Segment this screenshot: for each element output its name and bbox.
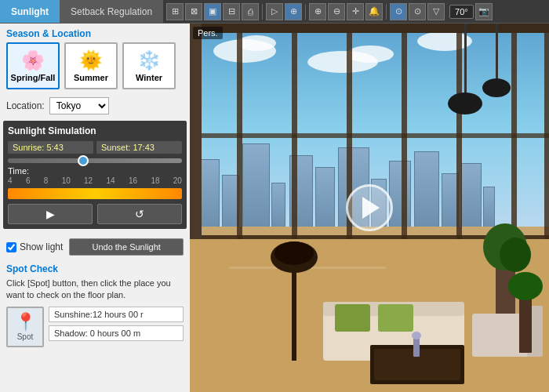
svg-rect-25 <box>496 24 498 86</box>
spot-data-row: 📍 Spot Sunshine:12 hours 00 r Shadow: 0 … <box>6 307 184 347</box>
sunset-box: Sunset: 17:43 <box>96 141 182 154</box>
play-button[interactable]: ▶ <box>8 204 93 224</box>
svg-rect-30 <box>413 337 420 357</box>
tab-setback[interactable]: Setback Regulation <box>60 0 163 23</box>
sunset-value: 17:43 <box>133 143 155 152</box>
time-label: Time: <box>8 166 29 176</box>
svg-rect-16 <box>335 304 370 332</box>
toolbar-icon-settings[interactable]: ⊙ <box>409 3 426 20</box>
spot-icon-box[interactable]: 📍 Spot <box>6 307 44 347</box>
show-light-input[interactable] <box>6 242 16 252</box>
svg-rect-23 <box>464 24 467 102</box>
svg-point-26 <box>482 78 511 97</box>
left-panel: Season & Location 🌸 Spring/Fall 🌞 Summer… <box>0 24 190 392</box>
season-summer[interactable]: 🌞 Summer <box>64 42 118 89</box>
toolbar-icon-filter[interactable]: ⊠ <box>185 3 202 20</box>
location-select[interactable]: Tokyo Osaka Sapporo <box>49 97 109 114</box>
toolbar-icon-move[interactable]: ✛ <box>347 3 364 20</box>
svg-rect-8 <box>190 133 549 138</box>
toolbar-icon-zoom-in[interactable]: ⊕ <box>309 3 326 20</box>
toolbar-icon-camera[interactable]: 📷 <box>475 3 493 20</box>
toolbar-icon-bell[interactable]: 🔔 <box>365 3 383 20</box>
sunrise-value: 5:43 <box>46 143 63 152</box>
svg-point-24 <box>448 93 482 114</box>
toolbar-icon-print[interactable]: ⊟ <box>223 3 240 20</box>
winter-icon: ❄️ <box>137 49 161 71</box>
svg-point-35 <box>508 272 543 300</box>
toolbar-icon-zoom-out[interactable]: ⊖ <box>328 3 345 20</box>
3d-view[interactable]: Pers. <box>190 24 549 392</box>
spot-pin-icon: 📍 <box>15 312 36 332</box>
svg-point-22 <box>274 241 314 265</box>
spring-icon: 🌸 <box>21 49 45 71</box>
season-spring[interactable]: 🌸 Spring/Fall <box>6 42 60 89</box>
time-current: Time: 4 6 8 10 12 14 16 18 20 <box>8 166 182 185</box>
location-label: Location: <box>6 100 45 111</box>
tab-sunlight[interactable]: Sunlight <box>0 0 60 23</box>
season-grid: 🌸 Spring/Fall 🌞 Summer ❄️ Winter <box>0 42 190 96</box>
spot-section: Spot Check Click [Spot] button, then cli… <box>0 260 190 350</box>
spot-check-title: Spot Check <box>6 263 184 274</box>
sunrise-box: Sunrise: 5:43 <box>8 141 93 154</box>
main-layout: Season & Location 🌸 Spring/Fall 🌞 Summer… <box>0 24 549 392</box>
undo-sunlight-button[interactable]: Undo the Sunlight <box>69 238 184 256</box>
play-button-overlay[interactable] <box>346 184 393 231</box>
toolbar-icon-select[interactable]: ▣ <box>204 3 221 20</box>
sun-times: Sunrise: 5:43 Sunset: 17:43 <box>8 141 182 154</box>
svg-rect-10 <box>190 24 549 33</box>
toolbar-icon-circle[interactable]: ⊙ <box>390 3 407 20</box>
toolbar-icon-filter2[interactable]: ▽ <box>427 3 445 20</box>
sim-controls: ▶ ↺ <box>8 204 182 224</box>
season-winter[interactable]: ❄️ Winter <box>122 42 176 89</box>
svg-point-31 <box>412 332 421 339</box>
spot-check-description: Click [Spot] button, then click the plac… <box>6 278 184 302</box>
summer-icon: 🌞 <box>79 49 103 71</box>
shadow-value: Shadow: 0 hours 00 m <box>49 325 184 341</box>
toolbar-sep-3 <box>386 4 387 20</box>
sim-title: Sunlight Simulation <box>8 125 182 136</box>
sunshine-value: Sunshine:12 hours 00 r <box>49 307 184 322</box>
angle-display: 70° <box>449 5 474 19</box>
top-toolbar: Sunlight Setback Regulation ⊞ ⊠ ▣ ⊟ ⎙ ▷ … <box>0 0 549 24</box>
toolbar-icon-grid[interactable]: ⊞ <box>166 3 184 20</box>
time-slider[interactable] <box>8 158 182 163</box>
winter-label: Winter <box>136 73 162 82</box>
sunlight-simulation-panel: Sunlight Simulation Sunrise: 5:43 Sunset… <box>3 121 187 229</box>
spot-label: Spot <box>17 332 34 341</box>
toolbar-icon-view[interactable]: ⊕ <box>285 3 302 20</box>
svg-rect-17 <box>378 304 413 332</box>
toolbar-sep-2 <box>305 4 306 20</box>
spring-label: Spring/Fall <box>11 73 56 82</box>
show-light-label: Show light <box>20 241 63 252</box>
loop-button[interactable]: ↺ <box>97 204 182 224</box>
location-row: Location: Tokyo Osaka Sapporo <box>0 96 190 121</box>
toolbar-icons: ⊞ ⊠ ▣ ⊟ ⎙ ▷ ⊕ ⊕ ⊖ ✛ 🔔 ⊙ ⊙ ▽ 70° 📷 <box>166 3 493 20</box>
pers-label: Pers. <box>193 27 223 39</box>
play-triangle-icon <box>362 197 380 219</box>
show-light-row: Show light Undo the Sunlight <box>0 234 190 260</box>
toolbar-icon-save[interactable]: ⎙ <box>242 3 259 20</box>
toolbar-sep-1 <box>262 4 263 20</box>
time-bar[interactable] <box>8 188 182 199</box>
spot-values: Sunshine:12 hours 00 r Shadow: 0 hours 0… <box>49 307 184 341</box>
svg-rect-20 <box>292 259 296 361</box>
show-light-checkbox[interactable]: Show light <box>6 241 63 252</box>
sunset-label: Sunset: <box>101 143 130 152</box>
sunrise-label: Sunrise: <box>13 143 44 152</box>
time-thumb[interactable] <box>78 155 89 166</box>
season-location-header: Season & Location <box>0 24 190 42</box>
summer-label: Summer <box>74 73 108 82</box>
right-panel: Pers. <box>190 24 549 392</box>
time-slider-container <box>8 158 182 163</box>
svg-point-29 <box>500 238 531 272</box>
toolbar-icon-cursor[interactable]: ▷ <box>266 3 283 20</box>
